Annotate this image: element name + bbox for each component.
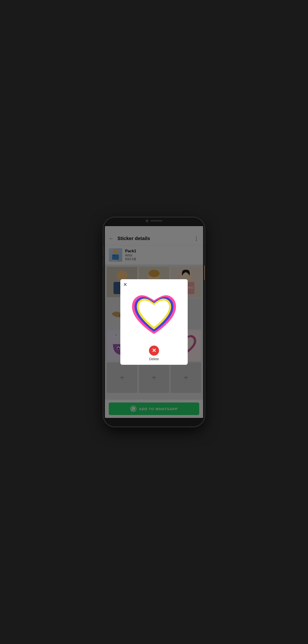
notch-area <box>145 220 163 222</box>
delete-button[interactable]: ✕ <box>149 346 159 356</box>
rainbow-heart-svg <box>129 290 179 338</box>
delete-section: ✕ Delete <box>149 346 159 361</box>
volume-down-button[interactable] <box>103 258 104 266</box>
modal-box: ✕ ✕ <box>120 279 188 365</box>
earpiece <box>150 220 163 222</box>
phone-screen: ← Sticker details ⋮ KEG <box>105 226 203 418</box>
modal-overlay[interactable]: ✕ ✕ <box>105 226 203 418</box>
delete-x-icon: ✕ <box>152 348 156 353</box>
power-button[interactable] <box>204 266 205 280</box>
delete-label: Delete <box>149 357 159 361</box>
phone-bottom-bar <box>103 418 205 426</box>
phone-frame: ← Sticker details ⋮ KEG <box>103 218 205 426</box>
volume-up-button[interactable] <box>103 246 104 255</box>
front-camera <box>145 220 148 222</box>
heart-preview-container <box>127 288 181 341</box>
modal-close-button[interactable]: ✕ <box>123 282 127 287</box>
